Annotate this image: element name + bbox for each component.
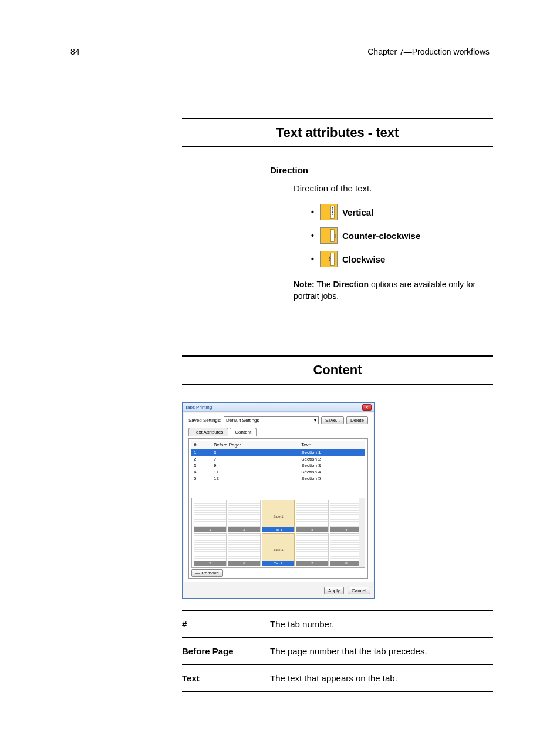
vertical-icon — [320, 204, 338, 220]
tab-content[interactable]: Content — [230, 428, 257, 436]
page-thumb: 8 — [330, 533, 363, 566]
chapter-title: Chapter 7—Production workflows — [367, 47, 490, 56]
cell-num: 2 — [191, 456, 211, 462]
direction-description: Direction of the text. — [294, 183, 493, 193]
apply-button[interactable]: Apply — [324, 587, 344, 594]
direction-option-vertical: Vertical — [311, 204, 493, 220]
page-thumb: 1 — [194, 500, 227, 532]
col-num: # — [191, 441, 211, 449]
content-tab-pane: # Before Page: Text: 1 3 Section 1 — [188, 438, 368, 579]
direction-option-clockwise: abc Clockwise — [311, 251, 493, 267]
section-divider — [182, 314, 493, 314]
tabs-printing-dialog: Tabs Printing ✕ Saved Settings: Default … — [182, 402, 375, 599]
delete-button[interactable]: Delete — [346, 416, 368, 424]
cell-num: 4 — [191, 469, 211, 475]
close-icon[interactable]: ✕ — [362, 404, 372, 411]
tab-text-attributes[interactable]: Text Attributes — [188, 428, 228, 436]
col-before: Before Page: — [211, 441, 299, 449]
side-label: Side 1 — [273, 515, 283, 518]
svg-rect-3 — [332, 211, 333, 213]
save-button[interactable]: Save... — [321, 416, 344, 424]
direction-option-counter-clockwise: abc Counter-clockwise — [311, 227, 493, 244]
saved-settings-label: Saved Settings: — [188, 418, 221, 423]
table-row[interactable]: 3 9 Section 3 — [191, 462, 365, 469]
tab-caption: Tab 2 — [262, 561, 294, 566]
page-thumb: 2 — [228, 500, 261, 532]
cell-text: Section 5 — [299, 475, 365, 482]
thumb-page-num: 8 — [330, 561, 362, 566]
def-desc-before-page: The page number that the tab precedes. — [270, 646, 493, 656]
thumb-page-num: 4 — [330, 527, 362, 532]
table-row[interactable]: 4 11 Section 4 — [191, 469, 365, 475]
cell-before: 3 — [211, 449, 299, 456]
svg-text:abc: abc — [328, 256, 332, 262]
page-thumb: 7 — [296, 533, 329, 566]
clockwise-label: Clockwise — [342, 254, 385, 264]
def-desc-hash: The tab number. — [270, 619, 493, 629]
dialog-titlebar: Tabs Printing ✕ — [183, 403, 374, 412]
thumb-page-num: 3 — [296, 527, 328, 532]
note-bold-word: Direction — [333, 280, 369, 289]
cell-before: 13 — [211, 475, 299, 482]
cell-before: 9 — [211, 462, 299, 469]
page-thumb: 3 — [296, 500, 329, 532]
thumb-page-num: 7 — [296, 561, 328, 566]
vertical-label: Vertical — [342, 207, 373, 217]
tabs-table: # Before Page: Text: 1 3 Section 1 — [191, 441, 365, 482]
svg-rect-1 — [332, 207, 333, 209]
svg-rect-2 — [332, 209, 333, 210]
col-text: Text: — [299, 441, 365, 449]
side-label: Side 1 — [273, 548, 283, 552]
svg-text:abc: abc — [333, 233, 337, 238]
definitions-table: # The tab number. Before Page The page n… — [182, 610, 493, 692]
chevron-down-icon: ▾ — [314, 418, 316, 423]
thumb-page-num: 6 — [228, 561, 260, 566]
page-thumb: 6 — [228, 533, 261, 566]
table-row[interactable]: 1 3 Section 1 — [191, 449, 365, 456]
saved-settings-value: Default Settings — [226, 418, 259, 423]
cell-text: Section 3 — [299, 462, 365, 469]
tab-thumb: Side 1Tab 1 — [262, 500, 295, 532]
def-desc-text: The text that appears on the tab. — [270, 673, 493, 683]
preview-area: 1 2 Side 1Tab 1 3 4 5 6 Side 1Tab 2 7 8 — [191, 498, 365, 568]
table-row[interactable]: 2 7 Section 2 — [191, 456, 365, 462]
section-title-text-attributes: Text attributes - text — [182, 118, 493, 147]
def-term-text: Text — [182, 673, 270, 683]
direction-note: Note: The Direction options are availabl… — [294, 279, 493, 302]
cancel-button[interactable]: Cancel — [348, 587, 370, 594]
thumb-page-num: 5 — [194, 561, 226, 566]
page-number: 84 — [70, 47, 80, 56]
cell-before: 7 — [211, 456, 299, 462]
cell-text: Section 1 — [299, 449, 365, 456]
def-term-hash: # — [182, 619, 270, 629]
cell-num: 5 — [191, 475, 211, 482]
cell-num: 3 — [191, 462, 211, 469]
table-row[interactable]: 5 13 Section 5 — [191, 475, 365, 482]
tab-caption: Tab 1 — [262, 527, 294, 532]
svg-rect-4 — [332, 214, 333, 215]
note-text-before: The — [315, 280, 333, 289]
thumb-page-num: 1 — [194, 527, 226, 532]
def-term-before-page: Before Page — [182, 646, 270, 656]
tab-thumb: Side 1Tab 2 — [262, 533, 295, 566]
thumb-page-num: 2 — [228, 527, 260, 532]
page-thumb: 4 — [330, 500, 363, 532]
clockwise-icon: abc — [320, 251, 338, 267]
direction-label: Direction — [270, 165, 493, 175]
cell-before: 11 — [211, 469, 299, 475]
section-title-content: Content — [182, 355, 493, 385]
preview-scrollbar[interactable] — [359, 498, 365, 567]
page-thumb: 5 — [194, 533, 227, 566]
remove-button[interactable]: — Remove — [191, 569, 223, 577]
direction-options-list: Vertical abc Counter-clockwise abc Clock… — [311, 204, 493, 267]
cell-text: Section 4 — [299, 469, 365, 475]
note-prefix: Note: — [294, 280, 315, 289]
remove-label: Remove — [201, 570, 219, 576]
cell-num: 1 — [191, 449, 211, 456]
saved-settings-combo[interactable]: Default Settings ▾ — [224, 416, 319, 424]
dialog-title: Tabs Printing — [185, 405, 212, 410]
cell-text: Section 2 — [299, 456, 365, 462]
counter-clockwise-icon: abc — [320, 227, 338, 244]
counter-clockwise-label: Counter-clockwise — [342, 231, 420, 241]
page-header: 84 Chapter 7—Production workflows — [70, 47, 490, 59]
